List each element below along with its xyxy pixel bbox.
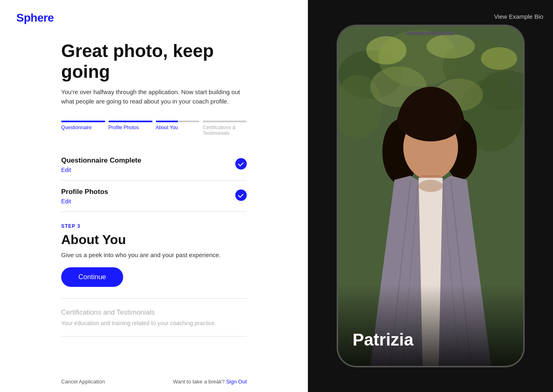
svg-point-11 — [481, 47, 517, 70]
questionnaire-section-title: Questionnaire Complete — [61, 156, 141, 165]
view-example-bio-link[interactable]: View Example Bio — [494, 13, 543, 20]
page-subtitle: You're over halfway through the applicat… — [61, 88, 247, 106]
footer-break-text: Want to take a break? Sign Out — [173, 379, 247, 385]
questionnaire-check-icon — [235, 158, 247, 170]
certifications-section: Certifications and Testimonials Your edu… — [61, 308, 247, 337]
step-label: STEP 3 — [61, 223, 247, 229]
profile-photo: Patrizia — [338, 26, 523, 366]
main-content: Great photo, keep going You're over half… — [0, 24, 308, 371]
divider-1 — [61, 298, 247, 299]
progress-bar — [61, 121, 247, 122]
progress-segment-2 — [108, 121, 153, 122]
step-title: About You — [61, 232, 247, 247]
logo: Sphere — [16, 11, 54, 24]
profile-photos-section-title: Profile Photos — [61, 188, 108, 196]
progress-label-4: Certifications & Testimonials — [203, 125, 247, 136]
cert-section-desc: Your education and training related to y… — [61, 320, 247, 326]
progress-labels: Questionnaire Profile Photos About You C… — [61, 125, 247, 136]
cancel-application-button[interactable]: Cancel Application — [61, 379, 105, 385]
profile-photos-edit-link[interactable]: Edit — [61, 198, 71, 205]
step-desc: Give us a peek into who you are and your… — [61, 251, 247, 258]
questionnaire-section: Questionnaire Complete Edit — [61, 149, 247, 181]
phone-side-button — [523, 108, 524, 132]
progress-segment-3 — [156, 121, 200, 122]
svg-point-10 — [427, 34, 475, 59]
sign-out-link[interactable]: Sign Out — [226, 379, 247, 385]
footer: Cancel Application Want to take a break?… — [0, 371, 308, 392]
questionnaire-edit-link[interactable]: Edit — [61, 167, 71, 173]
phone-mockup: Patrizia — [337, 25, 524, 367]
svg-point-24 — [418, 180, 442, 192]
phone-notch — [406, 32, 455, 35]
svg-point-16 — [398, 97, 464, 141]
cert-section-title: Certifications and Testimonials — [61, 308, 247, 317]
photo-gradient — [338, 284, 523, 366]
profile-photos-check-icon — [235, 189, 247, 201]
logo-area: Sphere — [0, 0, 308, 24]
step3-section: STEP 3 About You Give us a peek into who… — [61, 223, 247, 298]
progress-label-1: Questionnaire — [61, 125, 105, 136]
page-title: Great photo, keep going — [61, 41, 247, 82]
progress-label-2: Profile Photos — [108, 125, 153, 136]
questionnaire-section-header: Questionnaire Complete Edit — [61, 156, 247, 174]
profile-photos-section-header: Profile Photos Edit — [61, 188, 247, 205]
questionnaire-section-left: Questionnaire Complete Edit — [61, 156, 141, 174]
progress-label-3: About You — [156, 125, 200, 136]
continue-button[interactable]: Continue — [61, 267, 123, 287]
left-panel: Sphere Great photo, keep going You're ov… — [0, 0, 308, 392]
progress-segment-4 — [203, 121, 247, 122]
profile-photos-section: Profile Photos Edit — [61, 181, 247, 212]
profile-name: Patrizia — [353, 330, 414, 350]
progress-segment-1 — [61, 121, 105, 122]
svg-point-9 — [366, 36, 407, 65]
profile-photos-section-left: Profile Photos Edit — [61, 188, 108, 205]
cert-divider — [61, 336, 247, 337]
right-panel: View Example Bio — [308, 0, 553, 392]
